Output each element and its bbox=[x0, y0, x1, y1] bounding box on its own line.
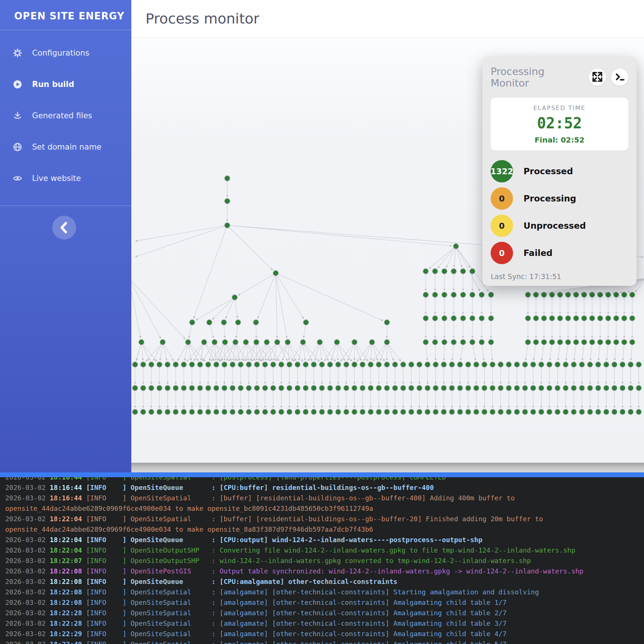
process-node[interactable] bbox=[141, 409, 146, 415]
process-node[interactable] bbox=[311, 362, 316, 367]
process-node[interactable] bbox=[531, 362, 536, 367]
process-node[interactable] bbox=[555, 409, 560, 415]
process-node[interactable] bbox=[141, 362, 146, 367]
process-node[interactable] bbox=[264, 340, 269, 345]
process-node[interactable] bbox=[335, 409, 341, 415]
process-node[interactable] bbox=[173, 385, 178, 391]
process-node[interactable] bbox=[160, 340, 165, 345]
process-node[interactable] bbox=[432, 269, 438, 274]
process-node[interactable] bbox=[335, 362, 341, 367]
process-node[interactable] bbox=[311, 385, 316, 391]
process-node[interactable] bbox=[441, 385, 446, 391]
process-node[interactable] bbox=[295, 409, 300, 415]
process-node[interactable] bbox=[579, 362, 584, 367]
process-node[interactable] bbox=[442, 269, 447, 274]
process-node[interactable] bbox=[423, 269, 428, 274]
process-node[interactable] bbox=[157, 409, 162, 415]
process-node[interactable] bbox=[622, 316, 627, 321]
process-node[interactable] bbox=[319, 385, 325, 391]
process-node[interactable] bbox=[590, 340, 595, 345]
process-node[interactable] bbox=[571, 385, 576, 391]
process-node[interactable] bbox=[460, 269, 466, 274]
process-node[interactable] bbox=[157, 362, 162, 367]
log-console[interactable]: 2026-03-02 18:16:44 [INFO ] OpenSiteSpat… bbox=[0, 477, 644, 644]
process-node[interactable] bbox=[185, 340, 191, 345]
process-node[interactable] bbox=[557, 340, 563, 345]
process-node[interactable] bbox=[482, 362, 487, 367]
process-node[interactable] bbox=[230, 385, 235, 391]
process-node[interactable] bbox=[531, 385, 536, 391]
process-node[interactable] bbox=[303, 385, 308, 391]
process-node[interactable] bbox=[460, 316, 466, 321]
process-node[interactable] bbox=[506, 409, 511, 415]
process-node[interactable] bbox=[344, 362, 349, 367]
process-node[interactable] bbox=[490, 362, 495, 367]
process-node[interactable] bbox=[393, 409, 398, 415]
process-node[interactable] bbox=[557, 292, 563, 297]
process-node[interactable] bbox=[262, 409, 268, 415]
process-node[interactable] bbox=[473, 385, 479, 391]
process-node[interactable] bbox=[271, 362, 276, 367]
process-node[interactable] bbox=[165, 409, 170, 415]
process-node[interactable] bbox=[606, 292, 611, 297]
process-node[interactable] bbox=[197, 385, 203, 391]
process-node[interactable] bbox=[636, 385, 641, 391]
process-node[interactable] bbox=[488, 316, 494, 321]
process-node[interactable] bbox=[384, 320, 390, 325]
process-node[interactable] bbox=[539, 362, 544, 367]
process-node[interactable] bbox=[206, 362, 211, 367]
process-node[interactable] bbox=[604, 385, 609, 391]
process-node[interactable] bbox=[563, 362, 568, 367]
process-node[interactable] bbox=[417, 362, 422, 367]
process-node[interactable] bbox=[466, 362, 471, 367]
process-node[interactable] bbox=[479, 316, 484, 321]
process-node[interactable] bbox=[352, 362, 357, 367]
process-node[interactable] bbox=[587, 409, 593, 415]
process-node[interactable] bbox=[449, 362, 454, 367]
process-node[interactable] bbox=[300, 340, 306, 345]
process-node[interactable] bbox=[285, 340, 290, 345]
process-node[interactable] bbox=[533, 316, 538, 321]
process-node[interactable] bbox=[506, 362, 511, 367]
process-node[interactable] bbox=[295, 385, 300, 391]
process-node[interactable] bbox=[506, 385, 511, 391]
process-node[interactable] bbox=[565, 316, 570, 321]
process-node[interactable] bbox=[629, 340, 635, 345]
process-node[interactable] bbox=[214, 362, 219, 367]
process-node[interactable] bbox=[470, 269, 475, 274]
process-node[interactable] bbox=[425, 362, 430, 367]
process-node[interactable] bbox=[490, 409, 495, 415]
sidebar-item-configurations[interactable]: Configurations bbox=[0, 37, 131, 69]
process-node[interactable] bbox=[612, 409, 617, 415]
process-node[interactable] bbox=[636, 409, 641, 415]
process-node[interactable] bbox=[246, 409, 251, 415]
process-node[interactable] bbox=[303, 362, 308, 367]
process-node[interactable] bbox=[597, 316, 603, 321]
process-node[interactable] bbox=[449, 385, 454, 391]
process-node[interactable] bbox=[212, 340, 217, 345]
process-node[interactable] bbox=[622, 340, 627, 345]
process-node[interactable] bbox=[165, 385, 170, 391]
process-node[interactable] bbox=[620, 385, 625, 391]
process-node[interactable] bbox=[629, 292, 635, 297]
process-node[interactable] bbox=[541, 340, 547, 345]
process-node[interactable] bbox=[181, 409, 186, 415]
process-node[interactable] bbox=[466, 385, 471, 391]
process-node[interactable] bbox=[466, 409, 471, 415]
graph-scrollbar[interactable] bbox=[131, 463, 644, 472]
process-node[interactable] bbox=[460, 292, 466, 297]
process-node[interactable] bbox=[189, 362, 194, 367]
process-node[interactable] bbox=[189, 385, 194, 391]
process-node[interactable] bbox=[541, 316, 547, 321]
process-node[interactable] bbox=[571, 409, 576, 415]
process-node[interactable] bbox=[190, 320, 195, 325]
process-node[interactable] bbox=[262, 385, 268, 391]
process-node[interactable] bbox=[273, 271, 278, 276]
process-node[interactable] bbox=[197, 409, 203, 415]
log-resize-divider[interactable] bbox=[0, 472, 644, 477]
process-node[interactable] bbox=[473, 362, 479, 367]
process-node[interactable] bbox=[222, 409, 227, 415]
process-node[interactable] bbox=[573, 316, 579, 321]
process-node[interactable] bbox=[587, 362, 593, 367]
process-node[interactable] bbox=[235, 320, 241, 325]
